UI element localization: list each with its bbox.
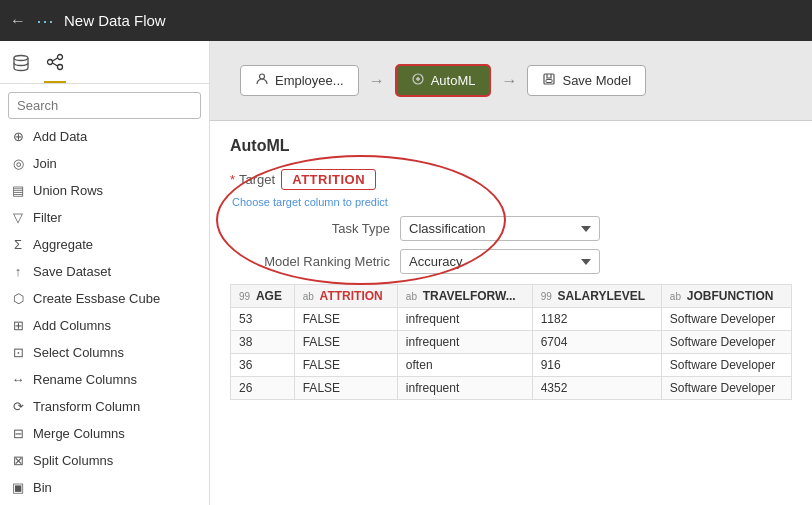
flow-node-save-model[interactable]: Save Model: [527, 65, 646, 96]
sidebar-item-save-dataset[interactable]: ↑Save Dataset: [0, 258, 209, 285]
page-title: New Data Flow: [64, 12, 166, 29]
model-ranking-row: Model Ranking Metric AccuracyAUCF1: [230, 249, 792, 274]
svg-line-5: [53, 63, 58, 66]
save-model-node-label: Save Model: [562, 73, 631, 88]
sidebar-icon-add-columns: ⊞: [10, 318, 26, 333]
sidebar-label-select-columns: Select Columns: [33, 345, 124, 360]
sidebar-item-aggregate[interactable]: ΣAggregate: [0, 231, 209, 258]
task-type-select[interactable]: ClassificationRegression: [400, 216, 600, 241]
table-row: 53FALSEinfrequent1182Software Developer: [231, 308, 792, 331]
save-model-node-icon: [542, 72, 556, 89]
flow-arrow-2: →: [501, 72, 517, 90]
sidebar-item-filter[interactable]: ▽Filter: [0, 204, 209, 231]
sidebar-icon-union-rows: ▤: [10, 183, 26, 198]
table-row: 38FALSEinfrequent6704Software Developer: [231, 331, 792, 354]
sidebar-tab-db[interactable]: [10, 50, 32, 82]
sidebar-label-split-columns: Split Columns: [33, 453, 113, 468]
sidebar-item-add-columns[interactable]: ⊞Add Columns: [0, 312, 209, 339]
sidebar-label-merge-columns: Merge Columns: [33, 426, 125, 441]
sidebar-icon-bin: ▣: [10, 480, 26, 495]
sidebar-label-rename-columns: Rename Columns: [33, 372, 137, 387]
sidebar-label-bin: Bin: [33, 480, 52, 495]
sidebar-label-add-data: Add Data: [33, 129, 87, 144]
target-row: * Target ATTRITION: [230, 169, 792, 190]
choose-hint: Choose target column to predict: [232, 196, 792, 208]
sidebar-item-split-columns[interactable]: ⊠Split Columns: [0, 447, 209, 474]
sidebar-icon-add-data: ⊕: [10, 129, 26, 144]
target-required-star: *: [230, 172, 235, 187]
task-type-label: Task Type: [230, 221, 390, 236]
search-container: [8, 92, 201, 119]
top-bar: ← ⋯ New Data Flow: [0, 0, 812, 41]
employee-node-icon: [255, 72, 269, 89]
panel-title: AutoML: [230, 137, 792, 155]
svg-point-6: [260, 74, 265, 79]
sidebar-item-bin[interactable]: ▣Bin: [0, 474, 209, 501]
automl-node-icon: [411, 72, 425, 89]
content-area: Employee... → AutoML →: [210, 41, 812, 505]
sidebar-icon-split-columns: ⊠: [10, 453, 26, 468]
svg-point-2: [58, 55, 63, 60]
sidebar-item-create-essbase-cube[interactable]: ⬡Create Essbase Cube: [0, 285, 209, 312]
sidebar-item-union-rows[interactable]: ▤Union Rows: [0, 177, 209, 204]
sidebar-tab-flow[interactable]: [44, 49, 66, 83]
sidebar-icon-rename-columns: ↔: [10, 372, 26, 387]
data-table: 99 AGEab ATTRITIONab TRAVELFORW...99 SAL…: [230, 284, 792, 400]
model-ranking-select[interactable]: AccuracyAUCF1: [400, 249, 600, 274]
sidebar-icon-merge-columns: ⊟: [10, 426, 26, 441]
panel-body: * Target ATTRITION Choose target column …: [230, 169, 792, 274]
sidebar-icon-save-dataset: ↑: [10, 264, 26, 279]
sidebar-icon-aggregate: Σ: [10, 237, 26, 252]
sidebar-item-transform-column[interactable]: ⟳Transform Column: [0, 393, 209, 420]
target-value[interactable]: ATTRITION: [281, 169, 376, 190]
sidebar-tabs: [0, 41, 209, 84]
sidebar-item-join[interactable]: ◎Join: [0, 150, 209, 177]
sidebar-label-aggregate: Aggregate: [33, 237, 93, 252]
search-input[interactable]: [8, 92, 201, 119]
col-header-jobfunction: ab JOBFUNCTION: [661, 285, 791, 308]
table-row: 36FALSEoften916Software Developer: [231, 354, 792, 377]
sidebar-item-select-columns[interactable]: ⊡Select Columns: [0, 339, 209, 366]
sidebar-icon-join: ◎: [10, 156, 26, 171]
flow-icon: ⋯: [36, 10, 54, 32]
sidebar-icon-filter: ▽: [10, 210, 26, 225]
flow-arrow-1: →: [369, 72, 385, 90]
flow-node-employee[interactable]: Employee...: [240, 65, 359, 96]
sidebar-item-rename-columns[interactable]: ↔Rename Columns: [0, 366, 209, 393]
svg-point-3: [58, 65, 63, 70]
sidebar-label-save-dataset: Save Dataset: [33, 264, 111, 279]
panel: AutoML * Target ATTRITION Choose target …: [210, 121, 812, 505]
sidebar-item-merge-columns[interactable]: ⊟Merge Columns: [0, 420, 209, 447]
sidebar-label-filter: Filter: [33, 210, 62, 225]
sidebar-label-create-essbase-cube: Create Essbase Cube: [33, 291, 160, 306]
sidebar-icon-create-essbase-cube: ⬡: [10, 291, 26, 306]
col-header-age: 99 AGE: [231, 285, 295, 308]
sidebar-label-transform-column: Transform Column: [33, 399, 140, 414]
sidebar-icon-transform-column: ⟳: [10, 399, 26, 414]
sidebar-label-join: Join: [33, 156, 57, 171]
svg-line-4: [53, 58, 58, 61]
main-layout: ⊕Add Data◎Join▤Union Rows▽FilterΣAggrega…: [0, 41, 812, 505]
flow-node-automl[interactable]: AutoML: [395, 64, 492, 97]
svg-point-1: [48, 60, 53, 65]
col-header-salarylevel: 99 SALARYLEVEL: [532, 285, 661, 308]
svg-rect-9: [546, 80, 552, 83]
task-type-row: Task Type ClassificationRegression: [230, 216, 792, 241]
table-row: 26FALSEinfrequent4352Software Developer: [231, 377, 792, 400]
back-button[interactable]: ←: [10, 12, 26, 30]
sidebar-icon-select-columns: ⊡: [10, 345, 26, 360]
col-header-attrition: ab ATTRITION: [294, 285, 397, 308]
sidebar-label-union-rows: Union Rows: [33, 183, 103, 198]
sidebar-items: ⊕Add Data◎Join▤Union Rows▽FilterΣAggrega…: [0, 123, 209, 505]
col-header-travelforw...: ab TRAVELFORW...: [397, 285, 532, 308]
svg-point-0: [14, 56, 28, 61]
target-label: Target: [239, 172, 275, 187]
sidebar-item-group[interactable]: ≡Group: [0, 501, 209, 505]
sidebar-item-add-data[interactable]: ⊕Add Data: [0, 123, 209, 150]
flow-canvas: Employee... → AutoML →: [210, 41, 812, 121]
sidebar-label-add-columns: Add Columns: [33, 318, 111, 333]
model-ranking-label: Model Ranking Metric: [230, 254, 390, 269]
employee-node-label: Employee...: [275, 73, 344, 88]
automl-node-label: AutoML: [431, 73, 476, 88]
sidebar: ⊕Add Data◎Join▤Union Rows▽FilterΣAggrega…: [0, 41, 210, 505]
